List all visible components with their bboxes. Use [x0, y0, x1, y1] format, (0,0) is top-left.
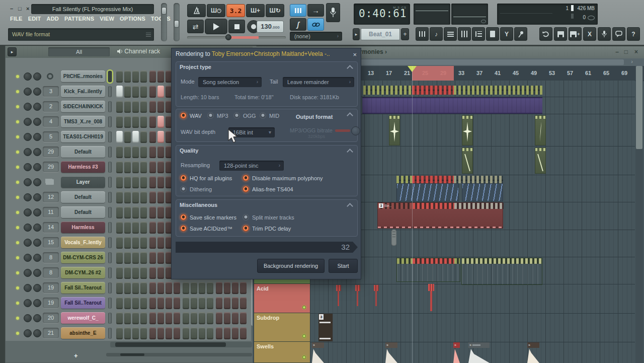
chord-clip[interactable]: [461, 258, 542, 285]
step-cell[interactable]: [157, 252, 164, 264]
channel-number-badge[interactable]: 14: [43, 222, 59, 233]
step-cell[interactable]: [140, 327, 147, 339]
step-cell[interactable]: [157, 206, 164, 219]
channel-pan-knob[interactable]: [24, 178, 32, 186]
channel-volume-knob[interactable]: [33, 178, 41, 186]
channel-led[interactable]: [16, 90, 19, 93]
step-cell[interactable]: [191, 297, 197, 309]
step-cell[interactable]: [207, 312, 213, 324]
step-cell[interactable]: [124, 161, 131, 173]
channel-mute-toggle[interactable]: [108, 177, 112, 188]
channel-led[interactable]: [16, 271, 19, 274]
channel-led[interactable]: [16, 226, 19, 229]
channel-pan-knob[interactable]: [24, 88, 32, 96]
step-cell[interactable]: [132, 70, 139, 83]
fall-clip[interactable]: [535, 148, 546, 174]
channel-button[interactable]: TMS3_X..re_008: [61, 116, 105, 127]
chat-button[interactable]: [612, 27, 625, 41]
channel-mute-toggle[interactable]: [108, 298, 112, 309]
rack-collapse-button[interactable]: ▸: [8, 47, 17, 56]
background-rendering-button[interactable]: Background rendering: [257, 259, 325, 273]
channel-led[interactable]: [16, 166, 19, 169]
step-cell[interactable]: [124, 146, 131, 158]
channel-mute-toggle[interactable]: [108, 252, 112, 263]
channel-button[interactable]: Fall Sil..Tearout: [61, 297, 105, 309]
toggle-plugin-button[interactable]: Y: [500, 27, 513, 41]
step-cell[interactable]: [157, 116, 164, 128]
step-cell[interactable]: [124, 222, 131, 234]
pattern-clip-selected[interactable]: [412, 176, 454, 183]
rack-horizontal-scrollbar[interactable]: [110, 342, 252, 347]
menu-item-view[interactable]: VIEW: [100, 16, 114, 24]
step-cell[interactable]: [157, 327, 164, 339]
step-cell[interactable]: [116, 327, 123, 339]
swell-audio-clip[interactable]: »: [385, 342, 397, 363]
menu-item-options[interactable]: OPTIONS: [120, 16, 145, 24]
step-cell[interactable]: [140, 131, 147, 143]
track-panel-subdrop[interactable]: Subdrop: [254, 313, 310, 342]
step-cell[interactable]: [124, 86, 131, 98]
step-cell[interactable]: [149, 70, 156, 83]
step-cell[interactable]: [124, 252, 131, 264]
channel-button[interactable]: SIDECHAINKICK: [61, 101, 105, 112]
playlist-vscroll-thumb[interactable]: [636, 66, 642, 149]
acid-clip-head[interactable]: [355, 285, 360, 291]
format-option-mid[interactable]: MID: [260, 112, 279, 119]
step-cell[interactable]: [157, 70, 164, 83]
quality-option[interactable]: Dithering: [180, 186, 212, 192]
step-cell[interactable]: [174, 297, 180, 309]
step-cell[interactable]: [140, 222, 147, 234]
song-pattern-toggle-button[interactable]: ⇄: [187, 20, 204, 33]
toggle-playlist-button[interactable]: [416, 27, 429, 41]
channel-number-badge[interactable]: 12: [43, 192, 59, 202]
swell-audio-clip[interactable]: »: [468, 342, 490, 363]
pattern-add-button[interactable]: +: [401, 28, 409, 40]
chord-clip[interactable]: [396, 258, 460, 282]
step-cell[interactable]: [232, 297, 238, 309]
step-cell[interactable]: [124, 70, 131, 83]
step-cell[interactable]: [191, 312, 197, 324]
step-cell[interactable]: [199, 297, 205, 309]
step-cell[interactable]: [124, 327, 131, 339]
channel-mute-toggle[interactable]: [108, 147, 112, 158]
channel-led[interactable]: [16, 196, 19, 199]
step-cell[interactable]: [140, 312, 147, 324]
track-panel-swells[interactable]: Swells: [254, 342, 310, 363]
channel-mute-toggle[interactable]: [108, 237, 112, 248]
rack-zoom-scrollbar[interactable]: [106, 353, 252, 356]
channel-volume-knob[interactable]: [33, 103, 41, 111]
step-cell[interactable]: [240, 297, 247, 309]
step-edit-button[interactable]: [290, 4, 306, 17]
cut-button[interactable]: X: [583, 27, 596, 41]
channel-pan-knob[interactable]: [24, 163, 32, 171]
step-cell[interactable]: [157, 222, 164, 234]
fall-clip[interactable]: [462, 148, 473, 174]
channel-button[interactable]: Vocals_F..lently: [61, 237, 105, 248]
step-cell[interactable]: [216, 297, 222, 309]
channel-mute-toggle[interactable]: [108, 86, 112, 97]
step-cell[interactable]: [157, 191, 164, 203]
channel-volume-knob[interactable]: [33, 239, 41, 247]
channel-button[interactable]: Default: [61, 191, 105, 203]
channel-pan-knob[interactable]: [24, 148, 32, 156]
rack-hscroll-thumb[interactable]: [115, 342, 226, 347]
step-cell[interactable]: [240, 327, 247, 339]
channel-mute-toggle[interactable]: [108, 101, 112, 112]
track-led[interactable]: [302, 355, 306, 359]
format-option-ogg[interactable]: OGG: [233, 112, 256, 119]
play-button[interactable]: [205, 19, 227, 34]
pattern-clip[interactable]: [454, 86, 542, 95]
step-cell[interactable]: [183, 312, 189, 324]
step-cell[interactable]: [232, 312, 238, 324]
step-cell[interactable]: [157, 101, 164, 113]
step-cell[interactable]: [132, 206, 139, 219]
channel-led[interactable]: [16, 241, 19, 244]
channel-number-badge[interactable]: 3: [43, 86, 59, 97]
format-option-wav[interactable]: WAV: [180, 112, 202, 119]
step-cell[interactable]: [149, 282, 156, 294]
channel-mute-toggle[interactable]: [108, 282, 112, 294]
step-cell[interactable]: [149, 327, 156, 339]
link-target-dropdown[interactable]: (none)›: [290, 32, 342, 41]
step-cell[interactable]: [183, 327, 189, 339]
channel-filter-dropdown[interactable]: All: [48, 47, 110, 56]
